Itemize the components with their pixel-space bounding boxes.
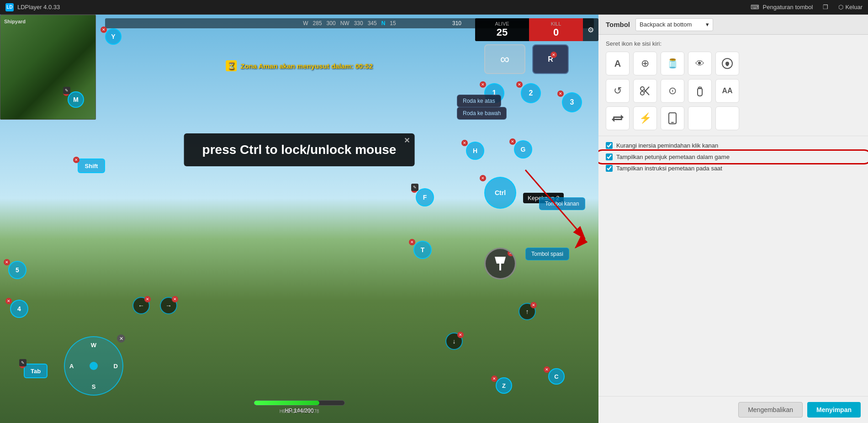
paint-close[interactable]: ✕ bbox=[508, 250, 514, 256]
svg-marker-14 bbox=[612, 117, 614, 122]
icon-empty-2[interactable] bbox=[715, 106, 739, 130]
btn-1-close[interactable]: ✕ bbox=[480, 81, 486, 88]
check2-input[interactable] bbox=[606, 153, 613, 160]
weapon-slot-r[interactable]: R ✕ bbox=[532, 44, 569, 74]
btn-arrow-up[interactable]: ↑ ✕ bbox=[519, 303, 536, 320]
paint-button[interactable]: ✕ bbox=[484, 248, 516, 280]
notification-close-button[interactable]: ✕ bbox=[404, 136, 410, 145]
icon-eye[interactable]: 👁 bbox=[688, 52, 712, 75]
btn-tab[interactable]: Tab bbox=[24, 364, 48, 378]
icon-phone[interactable] bbox=[661, 106, 684, 130]
compass-distance: 310 bbox=[452, 20, 461, 26]
check1-input[interactable] bbox=[606, 142, 613, 149]
btn-shift[interactable]: Shift bbox=[78, 159, 105, 173]
panel-preset-dropdown[interactable]: Backpack at bottom ▾ bbox=[635, 18, 713, 31]
icon-lightning[interactable]: ⚡ bbox=[633, 106, 657, 130]
exit-button[interactable]: ⬡ Keluar bbox=[838, 4, 863, 11]
player-id: H63242078771C78 bbox=[280, 409, 319, 414]
wasd-s-label: S bbox=[92, 383, 96, 390]
arrow-right-close[interactable]: ✕ bbox=[172, 296, 178, 302]
icon-hand[interactable] bbox=[688, 79, 712, 103]
exit-icon: ⬡ bbox=[838, 4, 843, 11]
btn-4[interactable]: 4 bbox=[10, 300, 28, 318]
health-bar-container: HP 144/200 H63242078771C78 bbox=[254, 400, 345, 414]
scroll-up-indicator: Roda ke atas bbox=[457, 95, 501, 107]
btn-arrow-down[interactable]: ↓ ✕ bbox=[445, 333, 463, 350]
btn-h[interactable]: H bbox=[466, 142, 484, 160]
icon-hand-circle[interactable] bbox=[715, 52, 739, 75]
arrow-down-close[interactable]: ✕ bbox=[457, 332, 464, 338]
btn-tab-edit[interactable]: ✎ bbox=[19, 359, 26, 366]
check1-label: Kurangi inersia pemindahan klik kanan bbox=[616, 142, 718, 149]
btn-3-close[interactable]: ✕ bbox=[557, 90, 564, 97]
zone-warning: ⏳ Zona Aman akan menyusut dalam: 00:52 bbox=[226, 60, 373, 71]
check3-input[interactable] bbox=[606, 165, 613, 172]
btn-y[interactable]: Y bbox=[105, 28, 122, 45]
icon-crosshair[interactable]: ⊕ bbox=[633, 52, 657, 75]
icon-empty-1[interactable] bbox=[688, 106, 712, 130]
icon-aa-symbol: AA bbox=[722, 87, 732, 95]
alive-value: 25 bbox=[480, 26, 524, 38]
icon-text-aa[interactable]: AA bbox=[715, 79, 739, 103]
svg-line-6 bbox=[644, 90, 649, 95]
btn-y-close[interactable]: ✕ bbox=[101, 26, 107, 33]
check3-label: Tampilkan instruksi pemetaan pada saat bbox=[616, 165, 722, 172]
arrow-up-close[interactable]: ✕ bbox=[530, 302, 537, 308]
infinity-button[interactable]: ∞ bbox=[484, 44, 525, 74]
btn-m-edit[interactable]: ✎ bbox=[63, 87, 70, 94]
btn-z[interactable]: Z bbox=[496, 377, 512, 394]
wasd-w-label: W bbox=[91, 342, 96, 349]
btn-h-close[interactable]: ✕ bbox=[461, 140, 468, 146]
game-area[interactable]: Shipyard W 285 300 NW 330 345 N 15 310 A… bbox=[0, 15, 598, 423]
btn-c-close[interactable]: ✕ bbox=[544, 366, 550, 373]
btn-shift-close[interactable]: ✕ bbox=[73, 157, 79, 163]
reset-button[interactable]: Mengembalikan bbox=[738, 402, 803, 418]
icon-rotate[interactable]: ↺ bbox=[606, 79, 630, 103]
svg-line-7 bbox=[644, 87, 649, 92]
health-fill bbox=[254, 401, 319, 405]
btn-arrow-right[interactable]: → ✕ bbox=[160, 297, 177, 314]
settings-gear-icon[interactable]: ⚙ bbox=[583, 23, 598, 37]
arrow-left-close[interactable]: ✕ bbox=[144, 296, 151, 302]
btn-c[interactable]: C bbox=[548, 368, 565, 385]
weapon-r-close[interactable]: ✕ bbox=[550, 52, 557, 58]
btn-f[interactable]: F bbox=[416, 188, 434, 206]
btn-z-close[interactable]: ✕ bbox=[491, 375, 498, 382]
btn-g-close[interactable]: ✕ bbox=[509, 138, 516, 145]
icon-scissors[interactable] bbox=[633, 79, 657, 103]
btn-t-close[interactable]: ✕ bbox=[409, 239, 415, 245]
btn-t[interactable]: T bbox=[413, 241, 432, 259]
checkbox-row-1: Kurangi inersia pemindahan klik kanan bbox=[598, 140, 868, 151]
btn-ctrl[interactable]: Ctrl bbox=[484, 177, 516, 209]
icon-bottle[interactable]: 🫙 bbox=[661, 52, 684, 75]
dropdown-chevron-icon: ▾ bbox=[706, 21, 709, 28]
wasd-joystick[interactable]: W S A D ✕ bbox=[64, 336, 123, 396]
btn-5[interactable]: 5 bbox=[8, 261, 26, 279]
btn-f-edit[interactable]: ✎ bbox=[411, 184, 418, 191]
btn-5-close[interactable]: ✕ bbox=[4, 259, 10, 265]
scroll-up-text: Roda ke atas bbox=[463, 98, 495, 104]
restore-button[interactable]: ❐ bbox=[820, 4, 831, 11]
switch-icon bbox=[612, 112, 624, 124]
alive-stat: ALIVE 25 bbox=[475, 18, 529, 41]
joystick-close[interactable]: ✕ bbox=[117, 334, 125, 343]
checkbox-row-3: Tampilkan instruksi pemetaan pada saat bbox=[598, 163, 868, 174]
btn-ctrl-close[interactable]: ✕ bbox=[480, 175, 486, 181]
ctrl-notification: press Ctrl to lock/unlock mouse ✕ bbox=[184, 133, 415, 166]
joystick-center bbox=[90, 362, 98, 370]
panel-header: Tombol Backpack at bottom ▾ bbox=[598, 15, 868, 35]
btn-4-close[interactable]: ✕ bbox=[5, 298, 12, 304]
btn-2[interactable]: 2 bbox=[521, 83, 541, 103]
btn-m[interactable]: M bbox=[68, 91, 84, 108]
icon-scope[interactable]: ⊙ bbox=[661, 79, 684, 103]
btn-arrow-left[interactable]: ← ✕ bbox=[132, 297, 150, 314]
btn-2-close[interactable]: ✕ bbox=[516, 81, 523, 88]
crosshair-icon: ⊕ bbox=[641, 58, 649, 69]
icon-text-a[interactable]: A bbox=[606, 52, 630, 75]
save-button[interactable]: Menyimpan bbox=[807, 402, 861, 418]
btn-3[interactable]: 3 bbox=[562, 92, 582, 112]
icon-switch[interactable] bbox=[606, 106, 630, 130]
btn-g[interactable]: G bbox=[514, 140, 532, 159]
wasd-a-label: A bbox=[69, 363, 74, 370]
ctrl-notification-text: press Ctrl to lock/unlock mouse bbox=[202, 143, 397, 157]
